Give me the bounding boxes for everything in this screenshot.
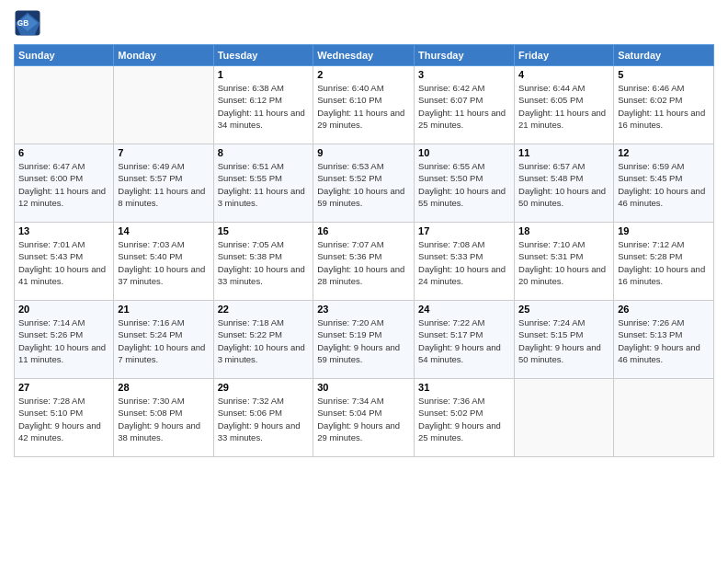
day-number: 29	[218, 382, 310, 393]
page: GB SundayMondayTuesdayWednesdayThursdayF…	[0, 0, 728, 563]
day-number: 16	[317, 225, 410, 236]
day-cell: 13Sunrise: 7:01 AM Sunset: 5:43 PM Dayli…	[15, 223, 114, 301]
day-info: Sunrise: 7:08 AM Sunset: 5:33 PM Dayligh…	[418, 238, 510, 287]
day-number: 2	[317, 69, 410, 80]
day-info: Sunrise: 7:12 AM Sunset: 5:28 PM Dayligh…	[618, 238, 710, 287]
day-info: Sunrise: 6:59 AM Sunset: 5:45 PM Dayligh…	[618, 160, 710, 209]
week-row-4: 20Sunrise: 7:14 AM Sunset: 5:26 PM Dayli…	[15, 301, 714, 379]
day-info: Sunrise: 7:05 AM Sunset: 5:38 PM Dayligh…	[218, 238, 310, 287]
day-cell	[614, 379, 714, 457]
day-number: 4	[518, 69, 609, 80]
day-cell: 6Sunrise: 6:47 AM Sunset: 6:00 PM Daylig…	[15, 144, 114, 223]
day-info: Sunrise: 7:14 AM Sunset: 5:26 PM Dayligh…	[18, 316, 109, 365]
day-info: Sunrise: 7:34 AM Sunset: 5:04 PM Dayligh…	[317, 395, 410, 443]
day-cell	[15, 66, 114, 144]
day-cell: 5Sunrise: 6:46 AM Sunset: 6:02 PM Daylig…	[614, 66, 714, 144]
day-number: 11	[518, 147, 609, 158]
day-number: 7	[118, 147, 209, 158]
day-number: 9	[317, 147, 410, 158]
day-cell: 10Sunrise: 6:55 AM Sunset: 5:50 PM Dayli…	[415, 144, 515, 223]
day-cell: 3Sunrise: 6:42 AM Sunset: 6:07 PM Daylig…	[415, 66, 515, 144]
day-info: Sunrise: 7:18 AM Sunset: 5:22 PM Dayligh…	[218, 316, 310, 365]
day-info: Sunrise: 6:51 AM Sunset: 5:55 PM Dayligh…	[218, 160, 310, 209]
day-info: Sunrise: 6:40 AM Sunset: 6:10 PM Dayligh…	[317, 82, 410, 131]
day-number: 3	[418, 69, 510, 80]
day-info: Sunrise: 7:03 AM Sunset: 5:40 PM Dayligh…	[118, 238, 209, 287]
day-cell: 4Sunrise: 6:44 AM Sunset: 6:05 PM Daylig…	[515, 66, 614, 144]
day-number: 31	[418, 382, 510, 393]
day-info: Sunrise: 6:55 AM Sunset: 5:50 PM Dayligh…	[418, 160, 510, 209]
day-cell: 22Sunrise: 7:18 AM Sunset: 5:22 PM Dayli…	[213, 301, 313, 379]
day-info: Sunrise: 7:16 AM Sunset: 5:24 PM Dayligh…	[118, 316, 209, 365]
day-number: 27	[18, 382, 109, 393]
day-info: Sunrise: 6:57 AM Sunset: 5:48 PM Dayligh…	[518, 160, 609, 209]
weekday-header-row: SundayMondayTuesdayWednesdayThursdayFrid…	[15, 45, 714, 66]
weekday-header-sunday: Sunday	[15, 45, 114, 66]
day-info: Sunrise: 6:46 AM Sunset: 6:02 PM Dayligh…	[618, 82, 710, 131]
day-info: Sunrise: 7:36 AM Sunset: 5:02 PM Dayligh…	[418, 395, 510, 443]
day-info: Sunrise: 7:30 AM Sunset: 5:08 PM Dayligh…	[118, 395, 209, 443]
day-cell: 12Sunrise: 6:59 AM Sunset: 5:45 PM Dayli…	[614, 144, 714, 223]
day-cell: 9Sunrise: 6:53 AM Sunset: 5:52 PM Daylig…	[313, 144, 415, 223]
svg-text:GB: GB	[17, 19, 28, 28]
day-cell: 30Sunrise: 7:34 AM Sunset: 5:04 PM Dayli…	[313, 379, 415, 457]
header: GB	[14, 9, 714, 37]
day-number: 1	[218, 69, 310, 80]
day-cell: 19Sunrise: 7:12 AM Sunset: 5:28 PM Dayli…	[614, 223, 714, 301]
day-number: 30	[317, 382, 410, 393]
week-row-1: 1Sunrise: 6:38 AM Sunset: 6:12 PM Daylig…	[15, 66, 714, 144]
day-number: 18	[518, 225, 609, 236]
day-info: Sunrise: 6:49 AM Sunset: 5:57 PM Dayligh…	[118, 160, 209, 209]
day-info: Sunrise: 7:01 AM Sunset: 5:43 PM Dayligh…	[18, 238, 109, 287]
day-cell: 8Sunrise: 6:51 AM Sunset: 5:55 PM Daylig…	[213, 144, 313, 223]
day-cell: 29Sunrise: 7:32 AM Sunset: 5:06 PM Dayli…	[213, 379, 313, 457]
day-cell: 20Sunrise: 7:14 AM Sunset: 5:26 PM Dayli…	[15, 301, 114, 379]
day-cell: 16Sunrise: 7:07 AM Sunset: 5:36 PM Dayli…	[313, 223, 415, 301]
weekday-header-friday: Friday	[515, 45, 614, 66]
day-number: 22	[218, 304, 310, 315]
calendar-table: SundayMondayTuesdayWednesdayThursdayFrid…	[14, 44, 714, 457]
day-number: 26	[618, 304, 710, 315]
day-cell: 23Sunrise: 7:20 AM Sunset: 5:19 PM Dayli…	[313, 301, 415, 379]
day-info: Sunrise: 7:24 AM Sunset: 5:15 PM Dayligh…	[518, 316, 609, 365]
day-info: Sunrise: 7:26 AM Sunset: 5:13 PM Dayligh…	[618, 316, 710, 365]
day-info: Sunrise: 7:28 AM Sunset: 5:10 PM Dayligh…	[18, 395, 109, 443]
day-number: 10	[418, 147, 510, 158]
day-number: 13	[18, 225, 109, 236]
day-cell: 18Sunrise: 7:10 AM Sunset: 5:31 PM Dayli…	[515, 223, 614, 301]
day-number: 24	[418, 304, 510, 315]
day-info: Sunrise: 7:07 AM Sunset: 5:36 PM Dayligh…	[317, 238, 410, 287]
day-number: 28	[118, 382, 209, 393]
day-cell	[515, 379, 614, 457]
day-info: Sunrise: 7:20 AM Sunset: 5:19 PM Dayligh…	[317, 316, 410, 365]
day-cell: 15Sunrise: 7:05 AM Sunset: 5:38 PM Dayli…	[213, 223, 313, 301]
week-row-2: 6Sunrise: 6:47 AM Sunset: 6:00 PM Daylig…	[15, 144, 714, 223]
logo: GB	[14, 9, 45, 37]
day-cell: 11Sunrise: 6:57 AM Sunset: 5:48 PM Dayli…	[515, 144, 614, 223]
day-cell: 26Sunrise: 7:26 AM Sunset: 5:13 PM Dayli…	[614, 301, 714, 379]
day-number: 5	[618, 69, 710, 80]
day-number: 6	[18, 147, 109, 158]
day-cell: 24Sunrise: 7:22 AM Sunset: 5:17 PM Dayli…	[415, 301, 515, 379]
day-info: Sunrise: 6:42 AM Sunset: 6:07 PM Dayligh…	[418, 82, 510, 131]
weekday-header-thursday: Thursday	[415, 45, 515, 66]
day-number: 8	[218, 147, 310, 158]
day-number: 21	[118, 304, 209, 315]
day-cell: 14Sunrise: 7:03 AM Sunset: 5:40 PM Dayli…	[114, 223, 213, 301]
day-number: 23	[317, 304, 410, 315]
week-row-5: 27Sunrise: 7:28 AM Sunset: 5:10 PM Dayli…	[15, 379, 714, 457]
day-number: 12	[618, 147, 710, 158]
day-cell: 28Sunrise: 7:30 AM Sunset: 5:08 PM Dayli…	[114, 379, 213, 457]
day-cell: 25Sunrise: 7:24 AM Sunset: 5:15 PM Dayli…	[515, 301, 614, 379]
day-number: 19	[618, 225, 710, 236]
day-info: Sunrise: 7:22 AM Sunset: 5:17 PM Dayligh…	[418, 316, 510, 365]
day-number: 20	[18, 304, 109, 315]
day-number: 15	[218, 225, 310, 236]
day-cell: 17Sunrise: 7:08 AM Sunset: 5:33 PM Dayli…	[415, 223, 515, 301]
weekday-header-saturday: Saturday	[614, 45, 714, 66]
day-number: 17	[418, 225, 510, 236]
day-cell	[114, 66, 213, 144]
day-cell: 21Sunrise: 7:16 AM Sunset: 5:24 PM Dayli…	[114, 301, 213, 379]
day-info: Sunrise: 6:53 AM Sunset: 5:52 PM Dayligh…	[317, 160, 410, 209]
day-info: Sunrise: 7:32 AM Sunset: 5:06 PM Dayligh…	[218, 395, 310, 443]
